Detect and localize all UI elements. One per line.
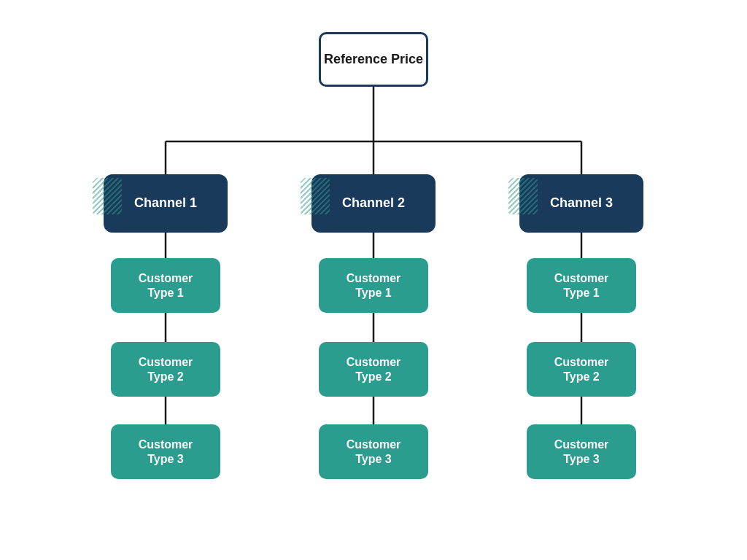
- channel-2-label: Channel 2: [342, 195, 405, 211]
- channel-1-label: Channel 1: [134, 195, 197, 211]
- ch2-customer-type-2: CustomerType 2: [319, 342, 428, 397]
- ch1-customer-type-1: CustomerType 1: [111, 258, 220, 313]
- ch3-customer-type-3: CustomerType 3: [527, 424, 636, 479]
- channel-3-node: Channel 3: [519, 174, 643, 233]
- root-node: Reference Price: [319, 32, 428, 87]
- ch3-customer-type-1: CustomerType 1: [527, 258, 636, 313]
- ch1-customer-type-2: CustomerType 2: [111, 342, 220, 397]
- ch1-customer-type-3: CustomerType 3: [111, 424, 220, 479]
- channel-3-label: Channel 3: [550, 195, 613, 211]
- ch2-customer-type-1: CustomerType 1: [319, 258, 428, 313]
- org-chart: Reference Price Channel 1 Channel 2 Chan…: [45, 18, 702, 542]
- channel-1-node: Channel 1: [104, 174, 228, 233]
- channel-2-node: Channel 2: [311, 174, 436, 233]
- root-label: Reference Price: [324, 52, 423, 68]
- ch2-customer-type-3: CustomerType 3: [319, 424, 428, 479]
- ch3-customer-type-2: CustomerType 2: [527, 342, 636, 397]
